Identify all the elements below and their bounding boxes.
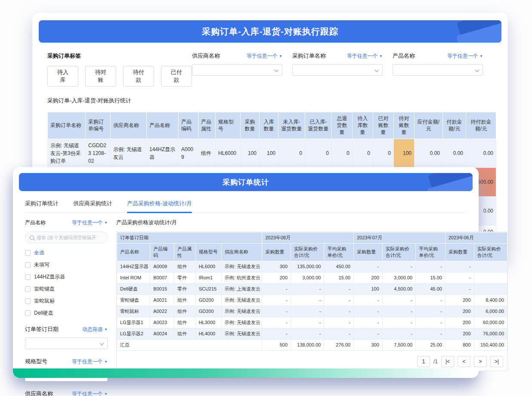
back-filter-供应商名称-select[interactable] <box>192 64 282 76</box>
table-cell: IRom1 <box>195 272 221 283</box>
checkbox-label: 雷蛇键盘 <box>34 285 55 293</box>
next-page-button[interactable]: > <box>474 356 487 367</box>
table-cell: A0009 <box>150 261 174 272</box>
table-cell: - <box>416 261 445 272</box>
summary-cell: 500 <box>262 339 291 350</box>
page-number-box[interactable]: 1 <box>417 356 430 367</box>
table-cell: 示例: 无锡道友云 <box>221 306 262 317</box>
dropdown-arrow-icon: ▼ <box>279 54 282 58</box>
checkbox-label: 全选 <box>34 249 44 257</box>
table-cell: - <box>262 317 291 328</box>
order-tag-button[interactable]: 待对账 <box>85 66 116 87</box>
table-row: LG显示器1A0023组件HL3000示例: 无锡道友云------20060,… <box>117 317 507 328</box>
tab-供应商采购统计[interactable]: 供应商采购统计 <box>73 200 112 213</box>
tab-产品采购价格-波动统计/月[interactable]: 产品采购价格-波动统计/月 <box>127 200 192 213</box>
checkbox-label: Dell硬盘 <box>34 309 53 317</box>
table-cell: 0 <box>332 139 353 167</box>
table-cell: SCU215 <box>195 283 221 294</box>
summary-cell: 800 <box>445 339 474 350</box>
back-filter-产品名称-select[interactable] <box>393 64 483 76</box>
column-header: 入库数量 <box>260 112 278 139</box>
checkbox-option[interactable]: 未填写 <box>25 261 108 269</box>
last-page-button[interactable]: >| <box>490 356 503 367</box>
table-cell: - <box>291 317 324 328</box>
table-cell: 3,000.00 <box>291 272 324 283</box>
column-header: 规格型号 <box>195 243 221 261</box>
first-page-button[interactable]: |< <box>441 356 454 367</box>
prev-page-button[interactable]: < <box>458 356 470 367</box>
table-cell: GD200 <box>195 294 221 306</box>
table-cell: 300 <box>262 261 291 272</box>
table-cell: - <box>262 283 291 294</box>
side-filter-规格型号-op-link[interactable]: 等于任意一个 ▼ <box>72 358 108 365</box>
group-column-header: 2023年06月 <box>445 232 507 244</box>
table-cell: - <box>354 317 383 328</box>
product-name-op-link[interactable]: 等于任意一个 ▼ <box>72 219 108 226</box>
table-cell: 6,000.00 <box>474 306 507 317</box>
table-cell: 135,000.00 <box>291 261 324 272</box>
table-cell: 450.00 <box>324 261 354 272</box>
page-total: /1 <box>433 359 438 365</box>
back-select-filters: 供应商名称等于任意一个 ▼采购订单名称等于任意一个 ▼产品名称等于任意一个 ▼ <box>192 52 493 87</box>
front-window-order-stats: 采购订单统计 采购订单统计供应商采购统计产品采购价格-波动统计/月 产品名称 等… <box>13 167 479 378</box>
table-cell: LG显示器1 <box>117 317 150 328</box>
back-filter-产品名称-group: 产品名称等于任意一个 ▼ <box>393 52 483 87</box>
checkbox-option[interactable]: 144HZ显示器 <box>25 273 108 281</box>
checkbox-label: 未填写 <box>34 261 49 269</box>
table-cell: 200 <box>354 272 383 283</box>
table-cell: - <box>262 306 291 317</box>
table-cell: - <box>354 328 383 339</box>
back-filter-产品名称-op-link[interactable]: 等于任意一个 ▼ <box>447 53 483 60</box>
table-cell: - <box>354 294 383 306</box>
order-tag-button[interactable]: 待付款 <box>123 66 154 87</box>
order-tag-button[interactable]: 已付款 <box>161 66 192 87</box>
column-header: 实际采购价合计/元 <box>474 243 507 261</box>
checkbox-option[interactable]: 雷蛇键盘 <box>25 285 108 293</box>
dropdown-arrow-icon: ▼ <box>379 54 383 58</box>
table-cell: - <box>324 283 354 294</box>
back-filter-采购订单名称-group: 采购订单名称等于任意一个 ▼ <box>292 52 383 87</box>
column-header: 产品属性 <box>198 112 216 139</box>
back-filter-供应商名称-op-link[interactable]: 等于任意一个 ▼ <box>247 53 282 60</box>
summary-row: 汇总500138,000.00276.003007,500.0025.00800… <box>117 339 507 350</box>
column-header: 未入库-退货数量 <box>278 112 305 139</box>
table-row: 雷蛇键盘A0021组件GD200示例: 无锡道友云------2008,400.… <box>117 294 507 306</box>
table-cell: 组件 <box>174 328 195 339</box>
tab-采购订单统计[interactable]: 采购订单统计 <box>25 200 59 213</box>
table-cell: 60,000.00 <box>474 317 507 328</box>
side-filter-订单签订日期-select[interactable] <box>25 337 108 349</box>
order-tag-button[interactable]: 待入库 <box>47 66 78 87</box>
table-cell: 100 <box>260 139 278 167</box>
table-cell: 4,500.00 <box>382 283 415 294</box>
summary-cell: 7,500.00 <box>382 339 415 350</box>
product-name-filter-label: 产品名称 <box>25 219 46 226</box>
table-cell: A0022 <box>150 306 174 317</box>
checkbox-option[interactable]: Dell硬盘 <box>25 309 108 317</box>
side-filter-订单签订日期-op-link[interactable]: 动态筛选 ▼ <box>82 326 108 333</box>
dropdown-arrow-icon: ▼ <box>104 392 108 396</box>
table-cell: - <box>324 317 354 328</box>
back-filter-采购订单名称-select[interactable] <box>292 64 383 76</box>
column-header: 应付金额/元 <box>414 112 443 139</box>
table-cell: 0.00 <box>414 139 443 167</box>
table-cell: 8,400.00 <box>474 294 507 306</box>
side-filter-供应商名称-op-link[interactable]: 等于任意一个 ▼ <box>72 390 108 396</box>
table-cell: - <box>291 306 324 317</box>
column-header: 产品编码 <box>150 243 174 261</box>
back-filter-采购订单名称-op-link[interactable]: 等于任意一个 ▼ <box>347 53 383 60</box>
checkbox-option[interactable]: 雷蛇鼠标 <box>25 297 108 305</box>
checkbox-icon <box>25 298 31 304</box>
checkbox-option[interactable]: 全选 <box>25 249 108 257</box>
dropdown-arrow-icon: ▼ <box>104 360 108 364</box>
product-search-input[interactable] <box>37 235 97 240</box>
summary-cell: 300 <box>354 339 383 350</box>
table-cell: 组件 <box>174 261 195 272</box>
product-search-box[interactable] <box>25 232 108 243</box>
table-cell: HL3000 <box>195 317 221 328</box>
banner-ribbon-decoration <box>437 20 501 43</box>
table-cell: 雷蛇鼠标 <box>117 306 150 317</box>
front-pagination: 1/1|<<>>| <box>417 356 503 367</box>
table-cell: 200 <box>445 328 474 339</box>
column-header: 产品编码 <box>179 112 198 139</box>
column-header: 平均采购单价/元 <box>416 243 445 261</box>
